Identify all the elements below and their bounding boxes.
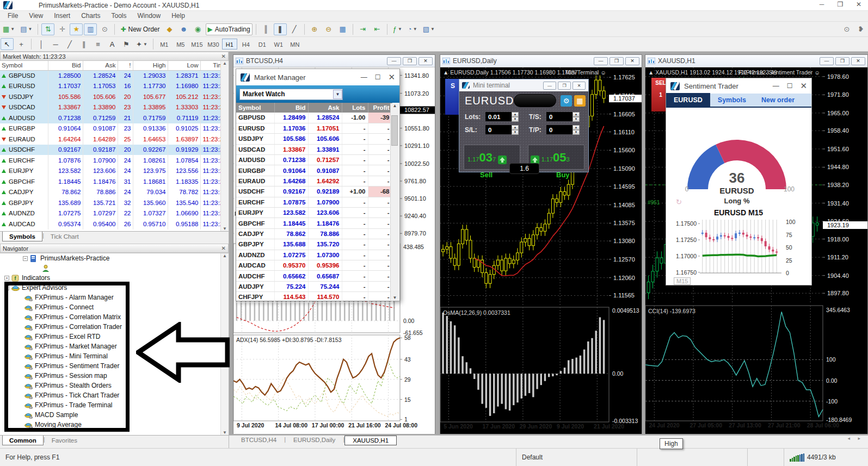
trendline-icon[interactable]: ╱ xyxy=(63,38,76,50)
fibonacci-icon[interactable]: ≡ xyxy=(91,38,104,50)
mm-row[interactable]: EURGBP0.910640.91087-- xyxy=(236,165,392,176)
market-manager-titlebar[interactable]: Market Manager—☐✕ xyxy=(236,69,399,85)
step-down-icon[interactable]: ▼ xyxy=(572,130,580,135)
expand-box[interactable]: − xyxy=(23,256,28,261)
mini-minimize-button[interactable]: — xyxy=(543,82,556,90)
menu-file[interactable]: File xyxy=(2,11,23,21)
mm-close-button[interactable]: ✕ xyxy=(388,72,395,82)
mini-close-button[interactable]: ✕ xyxy=(572,82,586,90)
chart-restore-button[interactable]: ❐ xyxy=(403,57,417,65)
market-watch-row[interactable]: GBPUSD1.285001.28524241.290331.2837111:2… xyxy=(0,70,229,81)
market-watch-row[interactable]: AUDUSD0.712380.71259210.717590.7111911:2… xyxy=(0,113,229,123)
sentiment-titlebar[interactable]: Sentiment Trader—☐✕ xyxy=(666,78,811,94)
indicators-group[interactable]: +fIndicators xyxy=(0,273,229,283)
mm-row[interactable]: EURCHF1.078751.07900-- xyxy=(236,197,392,207)
indicators-icon[interactable]: ƒ▼ xyxy=(391,23,404,35)
mm-col-lots[interactable]: Lots xyxy=(342,103,368,113)
chat-icon[interactable]: ❥ xyxy=(854,23,867,35)
cursor-icon[interactable]: ↖ xyxy=(1,38,14,50)
menu-tools[interactable]: Tools xyxy=(106,11,132,21)
timeframe-m5[interactable]: M5 xyxy=(173,39,188,49)
channel-icon[interactable]: ∥ xyxy=(77,38,90,50)
ea-fxprimus-trade-terminal[interactable]: FXPrimus - Trade Terminal xyxy=(0,400,229,410)
m15-badge[interactable]: M15 xyxy=(674,277,691,285)
data-window-icon[interactable]: ✛ xyxy=(56,23,69,35)
candle-chart-icon[interactable]: ❚ xyxy=(274,23,287,35)
timeframe-w1[interactable]: W1 xyxy=(271,39,286,49)
mw-col-ask[interactable]: Ask xyxy=(83,61,118,70)
step-down-icon[interactable]: ▼ xyxy=(572,117,580,122)
market-watch-row[interactable]: USDJPY105.586105.60620105.677105.21211:2… xyxy=(0,91,229,102)
chart-tab-eurusd-daily[interactable]: EURUSD,Daily xyxy=(286,436,343,444)
chart-window-titlebar[interactable]: XAUUSD,H1—❐✕ xyxy=(645,55,867,67)
line-chart-icon[interactable]: ╱ xyxy=(288,23,301,35)
chart-minimize-button[interactable]: — xyxy=(387,57,401,65)
ea-fxprimus-tick-chart-trader[interactable]: FXPrimus - Tick Chart Trader xyxy=(0,390,229,400)
mm-row[interactable]: GBPUSD1.284991.28524-1.00-39 xyxy=(236,113,392,123)
mm-row[interactable]: EURAUD1.642681.64292-- xyxy=(236,176,392,186)
ts-input[interactable]: 0 xyxy=(546,112,572,121)
ea-macd-sample[interactable]: MACD Sample xyxy=(0,410,229,420)
mm-minimize-button[interactable]: — xyxy=(361,73,367,81)
chart-shift-icon[interactable]: ⇤ xyxy=(371,23,384,35)
shapes-icon[interactable]: ✦▼ xyxy=(134,38,150,50)
sell-label[interactable]: Sell xyxy=(480,171,493,179)
market-watch-row[interactable]: EURJPY123.582123.60624123.975123.55611:2… xyxy=(0,166,229,177)
eurusd-sell-panel[interactable]: S xyxy=(445,79,460,115)
depth-of-market-icon[interactable]: ◆ xyxy=(163,23,176,35)
market-watch-row[interactable]: USDCAD1.338671.33890231.338951.3330311:2… xyxy=(0,102,229,113)
mm-col-ask[interactable]: Ask xyxy=(308,103,342,113)
mql-community-icon[interactable]: ☻ xyxy=(177,23,190,35)
sent-restore-button[interactable]: ☐ xyxy=(787,82,793,90)
chart-restore-button[interactable]: ❐ xyxy=(610,57,624,65)
ea-fxprimus-alarm-manager[interactable]: FXPrimus - Alarm Manager xyxy=(0,293,229,302)
chart-close-button[interactable]: ✕ xyxy=(625,57,639,65)
buy-label[interactable]: Buy xyxy=(556,171,570,179)
market-watch-row[interactable]: USDCHF0.921670.92187200.922670.9192911:2… xyxy=(0,145,229,156)
mini-restore-button[interactable]: ❐ xyxy=(558,82,571,90)
mw-col-symbol[interactable]: Symbol xyxy=(0,61,48,70)
mm-row[interactable]: USDJPY105.586105.606-- xyxy=(236,134,392,144)
expert-advisors-group[interactable]: −Expert Advisors xyxy=(0,283,229,293)
mm-row[interactable]: AUDJPY75.22475.244-- xyxy=(236,281,392,291)
mm-row[interactable]: USDCHF0.921670.92189+1.00-68 xyxy=(236,187,392,197)
mini-terminal-titlebar[interactable]: Mini terminal—❐✕ xyxy=(459,79,588,91)
mm-row[interactable]: EURJPY123.582123.606-- xyxy=(236,208,392,218)
mm-scrollbar[interactable]: ▲▼ xyxy=(390,103,399,300)
mm-row[interactable]: USDCAD1.338671.33891-- xyxy=(236,144,392,154)
mm-row[interactable]: AUDNZD1.072751.07300-- xyxy=(236,250,392,260)
timeframe-h1[interactable]: H1 xyxy=(222,39,237,49)
timeframe-m1[interactable]: M1 xyxy=(157,39,172,49)
market-watch-tab-tick-chart[interactable]: Tick Chart xyxy=(44,232,85,241)
new-order-button[interactable]: ✚New Order xyxy=(118,23,162,35)
chart-restore-button[interactable]: ❐ xyxy=(835,57,849,65)
close-button[interactable]: ✕ xyxy=(849,0,868,10)
mm-col-profit[interactable]: Profit xyxy=(368,103,392,113)
step-up-icon[interactable]: ▲ xyxy=(572,112,580,117)
navigator-tab-favorites[interactable]: Favorites xyxy=(45,436,84,445)
market-watch-row[interactable]: AUDCAD0.953740.95400260.957100.9518811:2… xyxy=(0,219,229,229)
ea-fxprimus-connect[interactable]: FXPrimus - Connect xyxy=(0,302,229,312)
tile-windows-icon[interactable]: ▦ xyxy=(336,23,349,35)
mw-col-[interactable]: ! xyxy=(118,61,133,70)
label-icon[interactable]: ⚑ xyxy=(120,38,133,50)
market-watch-row[interactable]: EURUSD1.170371.17053161.177301.1698011:2… xyxy=(0,81,229,92)
market-watch-row[interactable]: EURCHF1.078761.07900241.082611.0785411:2… xyxy=(0,155,229,166)
ts-stepper[interactable]: ▲▼ xyxy=(572,112,580,121)
step-up-icon[interactable]: ▲ xyxy=(572,125,580,130)
tp-input[interactable]: 0 xyxy=(546,125,572,134)
timeframe-m15[interactable]: M15 xyxy=(189,39,205,49)
market-watch-row[interactable]: CADJPY78.86278.8862479.03478.78211:23:19 xyxy=(0,187,229,198)
market-watch-row[interactable]: GBPCHF1.184451.18476311.186811.1833511:2… xyxy=(0,176,229,187)
tab-scroll-arrows[interactable]: ◂ ▸ xyxy=(847,436,864,441)
mm-restore-button[interactable]: ☐ xyxy=(375,73,381,81)
navigator-icon[interactable]: ★ xyxy=(70,23,83,35)
ea-fxprimus-correlation-matrix[interactable]: FXPrimus - Correlation Matrix xyxy=(0,312,229,322)
scroll-thumb[interactable] xyxy=(391,115,398,146)
market-watch-row[interactable]: EURAUD1.642641.64289251.646531.6389711:2… xyxy=(0,134,229,145)
step-up-icon[interactable]: ▲ xyxy=(512,112,519,117)
chart-tab-btcusd-h4[interactable]: BTCUSD,H4 xyxy=(233,436,284,444)
zoom-in-icon[interactable]: ⊕ xyxy=(308,23,321,35)
profiles-icon[interactable]: ▤▼ xyxy=(18,23,34,35)
timeframe-m30[interactable]: M30 xyxy=(206,39,221,49)
